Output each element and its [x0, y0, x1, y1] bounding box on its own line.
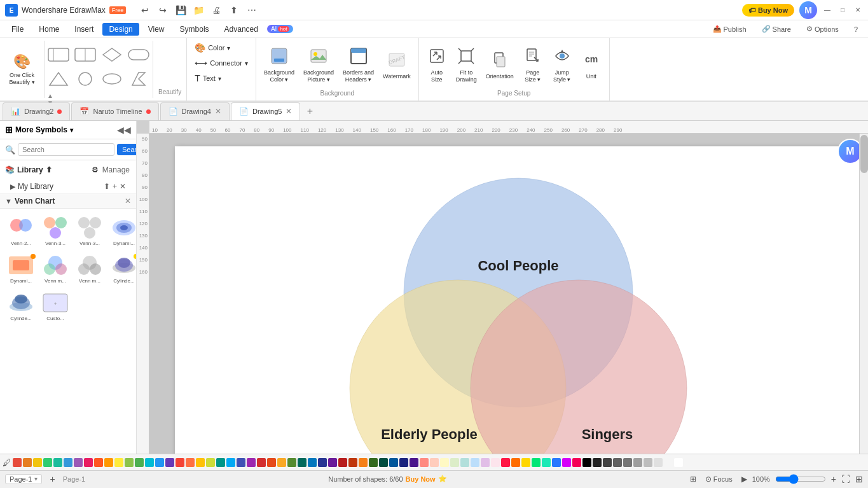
color-swatch[interactable]: [410, 458, 418, 467]
shape-btn-6[interactable]: [72, 67, 98, 90]
background-picture-button[interactable]: BackgroundPicture ▾: [300, 45, 338, 86]
more-button[interactable]: ⋯: [244, 3, 259, 18]
color-swatch[interactable]: [613, 458, 622, 467]
color-swatch[interactable]: [114, 458, 123, 467]
my-library-expand[interactable]: ▶: [10, 183, 15, 191]
color-swatch[interactable]: [84, 458, 93, 467]
color-swatch[interactable]: [664, 458, 673, 467]
shape-btn-8[interactable]: [126, 67, 151, 90]
text-dropdown-button[interactable]: T Text ▾: [191, 71, 252, 85]
color-swatch[interactable]: [644, 458, 652, 467]
borders-headers-button[interactable]: Borders andHeaders ▾: [339, 45, 378, 86]
color-swatch[interactable]: [471, 458, 479, 467]
redo-button[interactable]: ↪: [155, 3, 170, 18]
print-button[interactable]: 🖨: [209, 3, 224, 18]
color-swatch[interactable]: [206, 458, 215, 467]
close-button[interactable]: ✕: [853, 5, 863, 15]
color-swatch[interactable]: [603, 458, 612, 467]
color-swatch[interactable]: [298, 458, 307, 467]
jump-style-button[interactable]: JumpStyle ▾: [548, 45, 576, 86]
fit-to-drawing-button[interactable]: Fit toDrawing: [452, 45, 481, 86]
fit-page-button[interactable]: ⊞: [855, 474, 863, 484]
buy-now-button[interactable]: 🏷 Buy Now: [742, 4, 794, 17]
venn-item-8[interactable]: Cylinde...: [108, 251, 136, 286]
help-button[interactable]: ?: [849, 24, 863, 35]
watermark-button[interactable]: DRAFT Watermark: [379, 48, 415, 83]
user-avatar[interactable]: M: [799, 1, 817, 19]
shape-btn-4[interactable]: [126, 43, 151, 66]
zoom-in-button[interactable]: +: [831, 474, 836, 484]
layers-icon[interactable]: ⊞: [690, 475, 696, 484]
menu-file[interactable]: File: [5, 23, 30, 36]
color-swatch[interactable]: [308, 458, 317, 467]
venn-item-3[interactable]: Venn-3...: [74, 214, 106, 249]
my-library-export[interactable]: ⬆: [104, 182, 110, 191]
color-swatch[interactable]: [623, 458, 632, 467]
vertical-scrollbar[interactable]: [859, 134, 868, 454]
color-swatch[interactable]: [287, 458, 296, 467]
page-navigator[interactable]: Page-1 ▾: [5, 474, 42, 484]
my-library-label[interactable]: My Library: [18, 182, 104, 191]
color-swatch[interactable]: [165, 458, 174, 467]
color-swatch[interactable]: [369, 458, 378, 467]
color-swatch[interactable]: [532, 458, 541, 467]
menu-advanced[interactable]: Advanced: [218, 23, 265, 36]
color-swatch[interactable]: [64, 458, 72, 467]
tab-drawing4[interactable]: 📄 Drawing4 ✕: [160, 102, 230, 120]
color-swatch[interactable]: [430, 458, 439, 467]
venn-item-10[interactable]: + Custo...: [39, 289, 71, 324]
color-swatch[interactable]: [318, 458, 327, 467]
color-swatch[interactable]: [125, 458, 134, 467]
tab-drawing4-close[interactable]: ✕: [215, 107, 221, 116]
save-button[interactable]: 💾: [173, 3, 188, 18]
color-swatch[interactable]: [633, 458, 642, 467]
share-button[interactable]: 🔗Share: [757, 23, 796, 35]
color-swatch[interactable]: [542, 458, 551, 467]
color-swatch[interactable]: [552, 458, 561, 467]
shape-btn-5[interactable]: [46, 67, 71, 90]
publish-button[interactable]: 📤Publish: [708, 23, 752, 35]
color-swatch[interactable]: [186, 458, 195, 467]
shape-btn-1[interactable]: [46, 43, 71, 66]
venn-expand[interactable]: ▼: [5, 197, 12, 205]
color-swatch[interactable]: [440, 458, 449, 467]
shape-btn-2[interactable]: [72, 43, 98, 66]
color-swatch[interactable]: [328, 458, 337, 467]
color-swatch[interactable]: [654, 458, 663, 467]
venn-item-9[interactable]: Cylinde...: [5, 289, 37, 324]
minimize-button[interactable]: —: [822, 5, 832, 15]
color-swatch[interactable]: [674, 458, 683, 467]
open-button[interactable]: 📁: [191, 3, 206, 18]
background-color-button[interactable]: BackgroundColor ▾: [260, 45, 298, 86]
maximize-button[interactable]: □: [837, 5, 848, 15]
connector-dropdown-button[interactable]: ⟷ Connector ▾: [191, 56, 252, 70]
color-swatch[interactable]: [155, 458, 164, 467]
color-swatch[interactable]: [450, 458, 459, 467]
add-tab-button[interactable]: +: [301, 103, 318, 120]
menu-home[interactable]: Home: [32, 23, 65, 36]
color-swatch[interactable]: [43, 458, 52, 467]
color-swatch[interactable]: [23, 458, 32, 467]
page-size-button[interactable]: PageSize ▾: [519, 45, 547, 86]
search-button[interactable]: Search: [117, 144, 137, 155]
options-button[interactable]: ⚙Options: [801, 23, 844, 35]
color-swatch[interactable]: [33, 458, 42, 467]
color-dropdown-button[interactable]: 🎨 Color ▾: [191, 41, 252, 55]
color-swatch[interactable]: [399, 458, 408, 467]
color-swatch[interactable]: [176, 458, 184, 467]
color-swatch[interactable]: [501, 458, 510, 467]
one-click-beautify-button[interactable]: 🎨 One ClickBeautify ▾: [0, 41, 45, 98]
color-swatch[interactable]: [562, 458, 571, 467]
more-symbols-button[interactable]: ⊞ More Symbols ▾: [5, 125, 73, 135]
venn-item-6[interactable]: Venn m...: [39, 251, 71, 286]
color-swatch[interactable]: [94, 458, 103, 467]
search-input[interactable]: [18, 143, 114, 156]
color-swatch[interactable]: [237, 458, 245, 467]
color-swatch[interactable]: [338, 458, 347, 467]
color-swatch[interactable]: [521, 458, 530, 467]
menu-symbols[interactable]: Symbols: [174, 23, 216, 36]
fullscreen-button[interactable]: ⛶: [841, 474, 850, 484]
color-swatch[interactable]: [13, 458, 22, 467]
library-expand[interactable]: 📚 Library ⬆: [5, 165, 52, 174]
menu-design[interactable]: Design: [102, 23, 139, 36]
